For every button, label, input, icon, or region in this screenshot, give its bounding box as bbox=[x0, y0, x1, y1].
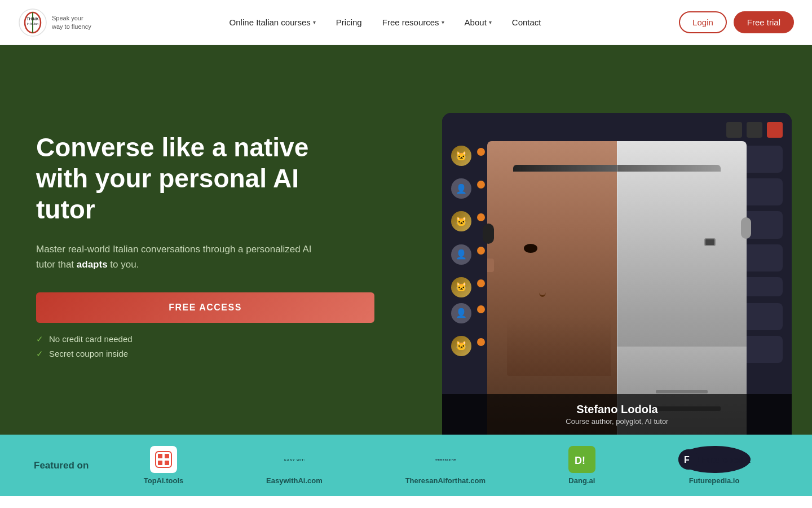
featured-logo-easywith[interactable]: EASY WITH AI EasywithAi.com bbox=[266, 446, 323, 485]
futurepedia-icon: F Futurepedia bbox=[678, 446, 751, 473]
nav-item-about[interactable]: About ▾ bbox=[456, 13, 501, 32]
chevron-down-icon: ▾ bbox=[489, 19, 492, 25]
logo-tagline: Speak your way to fluency bbox=[52, 14, 91, 30]
check-icon: ✓ bbox=[36, 334, 43, 344]
theresanai-label: TheresanAiforthat.com bbox=[405, 476, 486, 485]
checklist-item-0: ✓ No credit card needed bbox=[36, 334, 389, 344]
hero-image-container: 🐱 Ciao Stefano! Fam... Hi Stefano! A... … bbox=[442, 113, 792, 435]
eye-left bbox=[524, 244, 537, 253]
featured-logo-topai[interactable]: TopAi.tools bbox=[144, 446, 184, 485]
face-robot-half bbox=[617, 141, 747, 435]
tutor-name-card: Stefano Lodola Course author, polyglot, … bbox=[442, 394, 792, 435]
hero-subtitle: Master real-world Italian conversations … bbox=[36, 242, 318, 272]
header: THINK in Italian Speak your way to fluen… bbox=[0, 0, 812, 45]
nav-item-courses[interactable]: Online Italian courses ▾ bbox=[220, 13, 325, 32]
free-trial-button[interactable]: Free trial bbox=[734, 11, 794, 33]
nav-item-contact[interactable]: Contact bbox=[503, 13, 550, 32]
easywith-icon: EASY WITH AI bbox=[281, 446, 308, 473]
featured-logo-futurepedia[interactable]: F Futurepedia Futurepedia.io bbox=[678, 446, 751, 485]
featured-label: Featured on bbox=[34, 460, 89, 471]
face-divider bbox=[617, 141, 618, 435]
svg-rect-10 bbox=[165, 461, 169, 465]
hero-content: Converse like a native with your persona… bbox=[0, 45, 422, 435]
logo[interactable]: THINK in Italian Speak your way to fluen… bbox=[18, 8, 91, 37]
nav-item-free-resources[interactable]: Free resources ▾ bbox=[373, 13, 453, 32]
svg-text:THINK: THINK bbox=[27, 17, 38, 21]
header-actions: Login Free trial bbox=[679, 11, 794, 33]
svg-text:in Italian: in Italian bbox=[27, 22, 39, 25]
featured-logo-theresanai[interactable]: THERE'S AN AI FOR THAT TheresanAiforthat… bbox=[405, 446, 486, 485]
nose-left bbox=[539, 288, 546, 297]
featured-bar: Featured on TopAi.tools EASY WITH AI bbox=[0, 435, 812, 496]
featured-logos: TopAi.tools EASY WITH AI EasywithAi.com … bbox=[116, 446, 778, 485]
topai-icon bbox=[150, 446, 177, 473]
face-human-half bbox=[487, 141, 617, 435]
svg-text:THERE'S AN AI FOR THAT: THERE'S AN AI FOR THAT bbox=[435, 459, 456, 461]
robot-eye bbox=[704, 238, 716, 246]
tutor-overlay bbox=[442, 113, 792, 435]
easywith-label: EasywithAi.com bbox=[266, 476, 323, 485]
checklist: ✓ No credit card needed ✓ Secret coupon … bbox=[36, 334, 389, 359]
svg-rect-9 bbox=[158, 461, 162, 465]
futurepedia-label: Futurepedia.io bbox=[689, 476, 740, 485]
svg-rect-7 bbox=[158, 454, 162, 458]
hero-image-side: 🐱 Ciao Stefano! Fam... Hi Stefano! A... … bbox=[422, 45, 812, 435]
svg-text:F: F bbox=[684, 455, 690, 465]
svg-text:EASY WITH AI: EASY WITH AI bbox=[284, 458, 304, 462]
svg-text:D!: D! bbox=[575, 455, 585, 466]
main-nav: Online Italian courses ▾ Pricing Free re… bbox=[91, 13, 679, 32]
tutor-face bbox=[487, 141, 747, 435]
ear-left bbox=[487, 259, 494, 272]
login-button[interactable]: Login bbox=[679, 11, 727, 33]
headphone-left bbox=[483, 224, 494, 244]
dangai-icon: D! bbox=[568, 446, 595, 473]
topai-label: TopAi.tools bbox=[144, 476, 184, 485]
beard-area bbox=[507, 317, 611, 376]
headphone-right bbox=[741, 217, 751, 239]
theresanai-icon: THERE'S AN AI FOR THAT bbox=[432, 446, 459, 473]
tutor-role: Course author, polyglot, AI tutor bbox=[453, 417, 780, 426]
featured-logo-dangai[interactable]: D! Dang.ai bbox=[568, 446, 595, 485]
free-access-button[interactable]: FREE ACCESS bbox=[36, 292, 374, 323]
chevron-down-icon: ▾ bbox=[442, 19, 444, 25]
check-icon: ✓ bbox=[36, 349, 43, 359]
tutor-name: Stefano Lodola bbox=[453, 403, 780, 416]
chevron-down-icon: ▾ bbox=[313, 19, 316, 25]
checklist-item-1: ✓ Secret coupon inside bbox=[36, 349, 389, 359]
robot-detail-2 bbox=[656, 390, 708, 393]
svg-rect-8 bbox=[165, 454, 169, 458]
hero-section: Converse like a native with your persona… bbox=[0, 45, 812, 435]
logo-icon: THINK in Italian bbox=[18, 8, 47, 37]
hero-title: Converse like a native with your persona… bbox=[36, 132, 363, 226]
dangai-label: Dang.ai bbox=[568, 476, 595, 485]
nav-item-pricing[interactable]: Pricing bbox=[327, 13, 371, 32]
